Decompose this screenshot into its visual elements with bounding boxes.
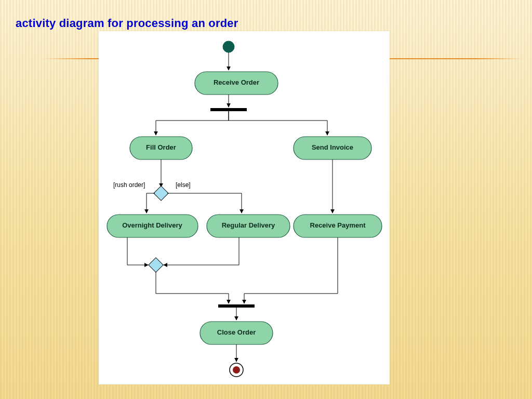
edge-decision-to-regular (167, 193, 242, 213)
svg-rect-1 (149, 258, 163, 272)
activity-receive-payment-label: Receive Payment (310, 221, 366, 229)
activity-fill-order-label: Fill Order (146, 143, 176, 151)
edge-payment-to-join (244, 237, 338, 303)
edge-decision-to-overnight (147, 193, 155, 213)
edge-merge-to-join (156, 272, 229, 303)
activity-send-invoice-label: Send Invoice (312, 143, 353, 151)
activity-close-order-label: Close Order (217, 328, 256, 336)
edge-overnight-to-merge (127, 237, 148, 265)
activity-regular-delivery-label: Regular Delivery (222, 221, 275, 229)
join-bar (218, 304, 255, 308)
activity-overnight-delivery-label: Overnight Delivery (122, 221, 182, 229)
activity-receive-order-label: Receive Order (214, 78, 259, 86)
activity-diagram: Receive Order Fill Order Send Invoice [r… (99, 31, 390, 384)
initial-node (223, 41, 234, 52)
fork-bar (210, 108, 247, 111)
page-title: activity diagram for processing an order (16, 17, 238, 30)
edge-fork-to-invoice (229, 111, 327, 135)
edge-regular-to-merge (164, 237, 239, 265)
svg-rect-0 (154, 186, 168, 201)
merge-delivery (149, 258, 163, 272)
guard-else-label: [else] (176, 181, 191, 189)
decision-delivery-type (154, 186, 168, 201)
edge-fork-to-fill (156, 111, 229, 135)
final-node-dot (233, 366, 240, 374)
guard-rush-label: [rush order] (113, 181, 145, 189)
diagram-panel: Receive Order Fill Order Send Invoice [r… (99, 31, 390, 384)
